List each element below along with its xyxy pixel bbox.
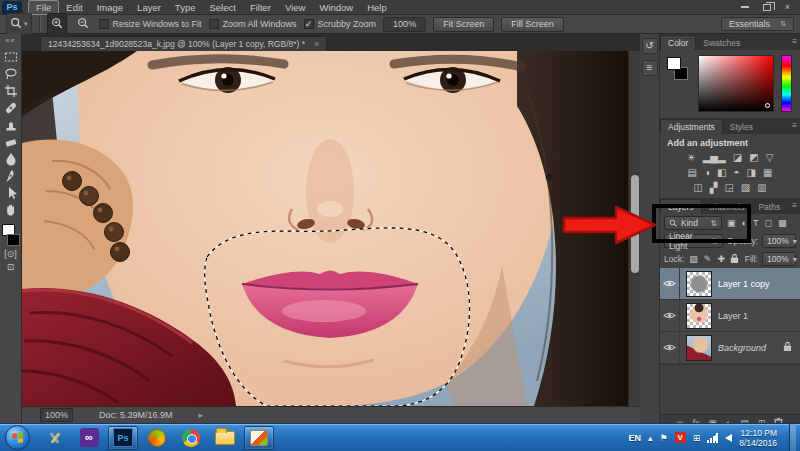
minimize-button[interactable] xyxy=(741,6,749,8)
menu-image[interactable]: Image xyxy=(90,1,130,14)
color-balance-icon[interactable]: ◑ xyxy=(704,167,710,179)
close-button[interactable]: × xyxy=(785,2,790,12)
marquee-tool[interactable] xyxy=(2,48,20,65)
filter-shape-layers-icon[interactable]: ◻ xyxy=(763,218,772,228)
selective-color-icon[interactable]: ▥ xyxy=(757,182,766,194)
toolbar-collapse-icon[interactable]: «« xyxy=(6,37,16,44)
black-white-icon[interactable]: ◧ xyxy=(717,167,726,179)
pen-tool[interactable] xyxy=(2,167,20,184)
menu-edit[interactable]: Edit xyxy=(59,1,89,14)
layer-row-background[interactable]: Background xyxy=(660,332,800,364)
vibrance-icon[interactable]: ▽ xyxy=(766,152,774,164)
invert-icon[interactable]: ◫ xyxy=(693,182,702,194)
layer-thumbnail[interactable] xyxy=(686,335,712,361)
lasso-tool[interactable] xyxy=(2,65,20,82)
history-panel-icon[interactable]: ↺ xyxy=(642,38,658,54)
brightness-contrast-icon[interactable]: ☀ xyxy=(687,152,696,164)
language-indicator[interactable]: EN xyxy=(629,433,642,443)
opacity-dropdown[interactable]: 100% ▾ xyxy=(762,234,796,248)
taskbar-photoshop-active[interactable]: Ps xyxy=(108,426,138,450)
layer-thumbnail[interactable] xyxy=(686,271,712,297)
document-canvas[interactable] xyxy=(22,51,628,406)
saturation-brightness-field[interactable] xyxy=(698,55,774,112)
visibility-eye-icon[interactable] xyxy=(660,300,680,332)
photo-filter-icon[interactable]: ◓ xyxy=(734,167,740,179)
layer-name[interactable]: Background xyxy=(718,343,766,353)
current-tool-well[interactable]: ▾ xyxy=(6,13,32,35)
hue-slider[interactable] xyxy=(781,55,792,112)
taskbar-game-app[interactable] xyxy=(244,426,274,450)
zoom-level-field[interactable]: 100% xyxy=(40,408,73,422)
channel-mixer-icon[interactable]: ◨ xyxy=(747,167,756,179)
taskbar-chrome[interactable] xyxy=(176,426,206,450)
layer-name[interactable]: Layer 1 copy xyxy=(718,279,770,289)
fill-dropdown[interactable]: 100% ▾ xyxy=(762,252,796,266)
zoom-out-button[interactable] xyxy=(74,14,92,34)
tab-swatches[interactable]: Swatches xyxy=(696,36,747,50)
layer-name[interactable]: Layer 1 xyxy=(718,311,748,321)
color-panel-foreground-swatch[interactable] xyxy=(667,57,681,70)
menu-select[interactable]: Select xyxy=(202,1,242,14)
lock-position-icon[interactable]: ✚ xyxy=(716,254,726,264)
hidden-icons-arrow[interactable]: ▴ xyxy=(648,433,653,443)
resize-windows-checkbox[interactable]: Resize Windows to Fit xyxy=(99,19,202,29)
fill-screen-button[interactable]: Fill Screen xyxy=(501,17,564,32)
crop-tool[interactable] xyxy=(2,82,20,99)
zoom-all-windows-checkbox[interactable]: Zoom All Windows xyxy=(209,19,297,29)
status-chevron-icon[interactable]: ▸ xyxy=(199,410,204,420)
layer-row-layer-1[interactable]: Layer 1 xyxy=(660,300,800,332)
actual-pixels-button[interactable]: 100% xyxy=(383,17,426,32)
exposure-icon[interactable]: ◩ xyxy=(749,152,758,164)
screen-mode-icon[interactable]: ⊡ xyxy=(7,261,15,274)
menu-layer[interactable]: Layer xyxy=(130,1,168,14)
panel-menu-icon[interactable]: ≡ xyxy=(792,37,797,46)
taskbar-utility-app[interactable] xyxy=(40,426,70,450)
taskbar-visual-studio[interactable]: ∞ xyxy=(74,426,104,450)
quick-mask-icon[interactable]: [⊙] xyxy=(4,248,17,261)
lock-pixels-icon[interactable]: ✎ xyxy=(703,254,713,264)
taskbar-explorer[interactable] xyxy=(210,426,240,450)
show-desktop-button[interactable] xyxy=(789,424,796,451)
threshold-icon[interactable]: ◲ xyxy=(724,182,733,194)
color-picker-marker[interactable] xyxy=(765,103,770,108)
tab-close-icon[interactable]: × xyxy=(314,39,319,49)
panel-menu-icon[interactable]: ≡ xyxy=(792,201,797,210)
workspace-switcher[interactable]: Essentials ⇅ xyxy=(721,17,794,31)
tab-color[interactable]: Color xyxy=(660,35,696,50)
gradient-map-icon[interactable]: ▨ xyxy=(741,182,750,194)
healing-brush-tool[interactable] xyxy=(2,99,20,116)
menu-window[interactable]: Window xyxy=(312,1,360,14)
document-tab[interactable]: 12434253634_1d9028523a_k.jpg @ 100% (Lay… xyxy=(40,36,327,51)
properties-panel-icon[interactable]: ≡ xyxy=(642,60,658,76)
lock-all-icon[interactable] xyxy=(730,250,739,268)
eraser-tool[interactable] xyxy=(2,133,20,150)
start-button[interactable] xyxy=(5,425,30,450)
fit-screen-button[interactable]: Fit Screen xyxy=(433,17,494,32)
zoom-in-button[interactable] xyxy=(47,13,67,35)
restore-button[interactable] xyxy=(763,4,771,11)
visibility-eye-icon[interactable] xyxy=(660,268,680,300)
hand-tool[interactable] xyxy=(2,201,20,218)
foreground-background-swatches[interactable] xyxy=(2,224,20,248)
hue-saturation-icon[interactable]: ▤ xyxy=(688,167,697,179)
color-lookup-icon[interactable]: ▦ xyxy=(763,167,772,179)
visibility-eye-icon[interactable] xyxy=(660,332,680,364)
tab-styles[interactable]: Styles xyxy=(723,120,760,134)
levels-icon[interactable]: ▂▅▂ xyxy=(703,152,726,164)
panel-menu-icon[interactable]: ≡ xyxy=(792,121,797,130)
blur-tool[interactable] xyxy=(2,150,20,167)
posterize-icon[interactable]: ▞ xyxy=(710,182,718,194)
menu-help[interactable]: Help xyxy=(360,1,394,14)
path-selection-tool[interactable] xyxy=(2,184,20,201)
scrubby-zoom-checkbox[interactable]: ✓ Scrubby Zoom xyxy=(304,19,377,29)
layer-row-layer-1-copy[interactable]: Layer 1 copy xyxy=(660,268,800,300)
taskbar-media-app[interactable] xyxy=(142,426,172,450)
red-v-app-icon[interactable]: V xyxy=(675,432,686,443)
menu-filter[interactable]: Filter xyxy=(243,1,278,14)
background-color-swatch[interactable] xyxy=(7,234,20,246)
menu-type[interactable]: Type xyxy=(168,1,203,14)
tab-paths[interactable]: Paths xyxy=(751,200,787,214)
taskbar-clock[interactable]: 12:10 PM 8/14/2016 xyxy=(739,428,777,448)
tab-adjustments[interactable]: Adjustments xyxy=(660,119,723,134)
menu-view[interactable]: View xyxy=(278,1,312,14)
